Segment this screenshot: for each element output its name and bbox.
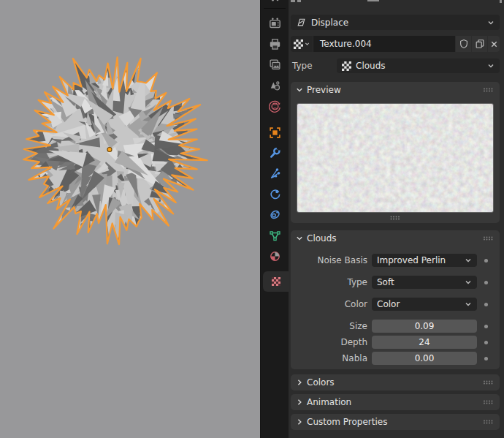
3d-viewport[interactable] — [0, 0, 260, 438]
chevron-down-icon — [465, 257, 472, 264]
panel-grip-icon[interactable] — [483, 235, 494, 241]
animate-decorator[interactable] — [484, 325, 488, 328]
texture-browse-button[interactable] — [291, 36, 313, 52]
color-label: Color — [293, 298, 367, 311]
nabla-label: Nabla — [293, 352, 367, 365]
tool-icon — [270, 0, 281, 1]
noise-basis-value: Improved Perlin — [377, 255, 446, 265]
colors-panel: Colors — [291, 374, 500, 390]
displace-modifier-icon — [296, 17, 307, 28]
clouds-panel-title: Clouds — [307, 233, 337, 243]
nabla-row: Nabla 0.00 — [293, 352, 497, 365]
depth-row: Depth 24 — [293, 336, 497, 349]
size-value: 0.09 — [415, 321, 435, 331]
displaced-sphere-object[interactable] — [0, 0, 260, 438]
custom-properties-panel: Custom Properties — [291, 414, 500, 430]
material-properties-icon — [269, 250, 281, 263]
chevron-down-icon — [296, 86, 303, 94]
object-data-properties-icon — [269, 230, 281, 242]
tab-view-layer-properties[interactable] — [261, 54, 289, 75]
output-properties-icon — [269, 38, 281, 50]
unlink-texture-button[interactable] — [488, 36, 500, 52]
tab-output-properties[interactable] — [261, 34, 289, 54]
constraint-properties-icon — [269, 208, 281, 221]
animate-decorator[interactable] — [484, 281, 488, 284]
tab-world-properties[interactable] — [261, 96, 289, 116]
tab-render-properties[interactable] — [261, 12, 289, 33]
panel-grip-icon[interactable] — [483, 399, 494, 405]
tab-constraint-properties[interactable] — [261, 204, 289, 224]
breadcrumb-partial-icon — [297, 0, 301, 2]
tab-texture-properties[interactable] — [263, 271, 289, 292]
new-texture-button[interactable] — [472, 36, 487, 52]
chevron-down-icon — [465, 301, 472, 308]
clouds-panel-header[interactable]: Clouds — [291, 230, 500, 246]
noise-type-dropdown[interactable]: Soft — [372, 276, 477, 289]
animate-decorator[interactable] — [484, 259, 488, 263]
duplicate-icon — [475, 39, 485, 49]
fake-user-button[interactable] — [456, 36, 471, 52]
noise-basis-dropdown[interactable]: Improved Perlin — [372, 254, 477, 267]
preview-panel-header[interactable]: Preview — [291, 82, 500, 98]
chevron-right-icon — [296, 399, 303, 406]
size-value-field[interactable]: 0.09 — [372, 320, 477, 333]
animation-panel-title: Animation — [307, 397, 351, 407]
tab-modifier-properties[interactable] — [261, 143, 289, 163]
type-label: Type — [292, 59, 313, 72]
nabla-value: 0.00 — [415, 353, 435, 363]
chevron-down-icon — [296, 235, 303, 242]
animate-decorator[interactable] — [484, 303, 488, 306]
color-value: Color — [377, 299, 400, 309]
size-row: Size 0.09 — [293, 320, 497, 333]
animation-panel-header[interactable]: Animation — [291, 394, 500, 410]
panel-grip-icon[interactable] — [483, 380, 494, 385]
tab-tool[interactable] — [261, 0, 289, 6]
depth-label: Depth — [293, 336, 367, 349]
noise-type-row: Type Soft — [293, 276, 497, 289]
preview-panel-title: Preview — [307, 85, 341, 95]
texture-type-dropdown[interactable]: Clouds — [337, 58, 500, 73]
physics-properties-icon — [269, 188, 281, 200]
nabla-value-field[interactable]: 0.00 — [372, 352, 477, 365]
breadcrumb-partial-icon — [291, 0, 295, 2]
color-row: Color Color — [293, 298, 497, 311]
animation-panel: Animation — [291, 394, 500, 410]
panel-grip-icon[interactable] — [483, 419, 494, 425]
tab-object-properties[interactable] — [261, 122, 289, 143]
tab-particle-properties[interactable] — [261, 163, 289, 184]
tab-scene-properties[interactable] — [261, 75, 289, 96]
preview-resize-grip[interactable] — [390, 215, 401, 221]
context-dropdown-value: Displace — [311, 18, 348, 28]
texture-name-field[interactable]: Texture.004 — [313, 36, 455, 52]
render-properties-icon — [269, 17, 281, 29]
texture-icon — [294, 39, 303, 49]
object-properties-icon — [269, 127, 281, 139]
colors-panel-header[interactable]: Colors — [291, 374, 500, 390]
view-layer-properties-icon — [269, 58, 281, 71]
modifier-properties-icon — [269, 147, 281, 159]
shield-icon — [459, 39, 469, 49]
tab-physics-properties[interactable] — [261, 184, 289, 204]
animate-decorator[interactable] — [484, 357, 488, 360]
panel-grip-icon[interactable] — [483, 87, 494, 93]
depth-value-field[interactable]: 24 — [372, 336, 477, 349]
chevron-right-icon — [296, 418, 303, 426]
scene-properties-icon — [269, 80, 281, 92]
animate-decorator[interactable] — [484, 341, 488, 344]
custom-properties-panel-header[interactable]: Custom Properties — [291, 414, 500, 430]
colors-panel-title: Colors — [307, 377, 335, 388]
custom-properties-panel-title: Custom Properties — [307, 417, 387, 427]
tab-object-data-properties[interactable] — [261, 225, 289, 246]
properties-editor: Displace Texture.004 — [289, 0, 504, 438]
size-label: Size — [293, 320, 367, 333]
texture-icon — [342, 61, 351, 71]
tab-material-properties[interactable] — [261, 246, 289, 266]
chevron-right-icon — [296, 379, 303, 386]
noise-type-value: Soft — [377, 277, 394, 287]
texture-name: Texture.004 — [320, 39, 372, 49]
world-properties-icon — [269, 100, 281, 113]
texture-context-dropdown[interactable]: Displace — [291, 15, 500, 30]
color-dropdown[interactable]: Color — [372, 298, 477, 311]
noise-type-label: Type — [293, 276, 367, 289]
breadcrumb-partial-icon — [367, 0, 379, 1]
